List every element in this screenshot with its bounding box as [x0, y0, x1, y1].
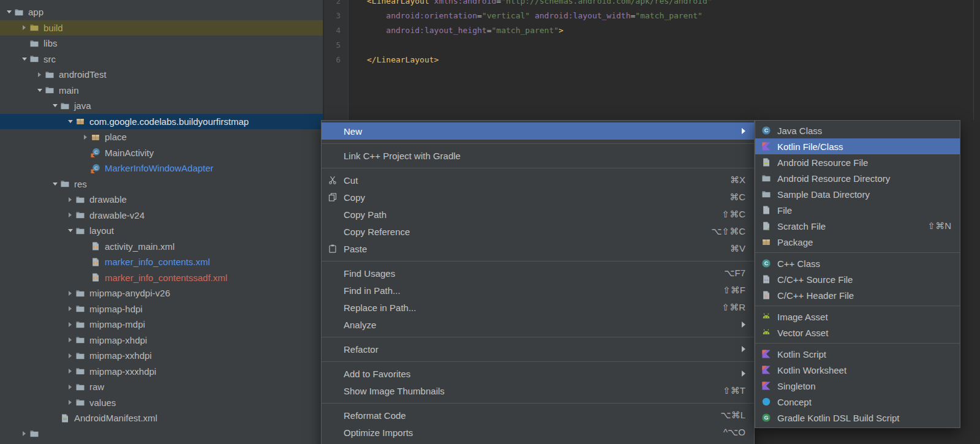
tree-item-res[interactable]: res [0, 176, 323, 192]
new-submenu-item-kotlin-worksheet[interactable]: Kotlin Worksheet [755, 362, 960, 378]
new-submenu-item-scratch-file[interactable]: Scratch File⇧⌘N [755, 218, 960, 234]
tree-item-mainactivity[interactable]: CMainActivity [0, 145, 323, 161]
new-submenu-item-image-asset[interactable]: Image Asset [755, 309, 960, 325]
code-line[interactable]: android:layout_height="match_parent"> [367, 23, 564, 38]
tree-item-main[interactable]: main [0, 83, 323, 99]
tree-item-drawable-v24[interactable]: drawable-v24 [0, 208, 323, 224]
expand-arrow-icon[interactable] [65, 213, 75, 217]
tree-item-build[interactable]: build [0, 20, 323, 36]
tree-item-mipmap-xxxhdpi[interactable]: mipmap-xxxhdpi [0, 364, 323, 380]
cpp-header-icon: h [761, 290, 771, 300]
tree-item-mipmap-anydpi-v26[interactable]: mipmap-anydpi-v26 [0, 285, 323, 301]
xml-file-icon [91, 257, 100, 267]
context-menu-item-show-image-thumbnails[interactable]: Show Image Thumbnails⇧⌘T [322, 382, 754, 399]
tree-item-mipmap-xxhdpi[interactable]: mipmap-xxhdpi [0, 348, 323, 364]
context-menu-item-copy-path[interactable]: Copy Path⇧⌘C [322, 206, 754, 223]
line-number: 3 [324, 9, 341, 23]
new-submenu-item-kotlin-script[interactable]: Kotlin Script [755, 346, 960, 362]
tree-item-androidmanifest-xml[interactable]: AndroidManifest.xml [0, 410, 323, 426]
tree-item-partial[interactable] [0, 426, 323, 442]
collapse-arrow-icon[interactable] [50, 182, 60, 186]
context-menu-item-optimize-imports[interactable]: Optimize Imports^⌥O [322, 424, 754, 441]
expand-arrow-icon[interactable] [65, 337, 75, 342]
tree-item-libs[interactable]: libs [0, 36, 323, 51]
new-submenu-item-c-class[interactable]: CC++ Class [755, 255, 960, 271]
tree-item-com-google-codelabs-buildyourfirstmap[interactable]: com.google.codelabs.buildyourfirstmap [0, 114, 323, 130]
collapse-arrow-icon[interactable] [65, 120, 75, 123]
context-menu-item-analyze[interactable]: Analyze [322, 316, 754, 333]
folder-icon [75, 397, 85, 407]
tree-item-mipmap-hdpi[interactable]: mipmap-hdpi [0, 301, 323, 317]
expand-arrow-icon[interactable] [65, 197, 75, 202]
icon-spacer [328, 303, 337, 312]
context-menu-item-refactor[interactable]: Refactor [322, 341, 754, 358]
menu-separator [755, 252, 960, 253]
new-submenu-item-c-c-source-file[interactable]: ++C/C++ Source File [755, 271, 960, 287]
expand-arrow-icon[interactable] [19, 431, 29, 436]
collapse-arrow-icon[interactable] [65, 229, 75, 232]
context-menu-item-copy-reference[interactable]: Copy Reference⌥⇧⌘C [322, 223, 754, 240]
menu-shortcut: ⇧⌘F [723, 285, 745, 296]
collapse-arrow-icon[interactable] [4, 10, 14, 13]
context-menu-item-cut[interactable]: Cut⌘X [322, 171, 754, 189]
expand-arrow-icon[interactable] [65, 369, 75, 374]
tree-item-label: mipmap-xhdpi [89, 335, 147, 345]
new-submenu-item-kotlin-file-class[interactable]: Kotlin File/Class [755, 138, 960, 154]
tree-item-raw[interactable]: raw [0, 379, 323, 395]
tree-item-androidtest[interactable]: androidTest [0, 67, 323, 83]
tree-item-values[interactable]: values [0, 395, 323, 411]
context-menu-item-replace-in-path[interactable]: Replace in Path...⇧⌘R [322, 299, 754, 316]
new-submenu-item-android-resource-directory[interactable]: Android Resource Directory [755, 170, 960, 186]
expand-arrow-icon[interactable] [65, 291, 75, 296]
new-submenu-item-singleton[interactable]: Singleton [755, 378, 960, 394]
collapse-arrow-icon[interactable] [34, 89, 45, 92]
tree-item-mipmap-mdpi[interactable]: mipmap-mdpi [0, 317, 323, 333]
new-submenu-item-java-class[interactable]: CJava Class [755, 122, 960, 138]
expand-arrow-icon[interactable] [80, 135, 91, 140]
tree-item-mipmap-xhdpi[interactable]: mipmap-xhdpi [0, 333, 323, 348]
editor-scrollbar[interactable] [973, 0, 980, 120]
new-submenu-item-android-resource-file[interactable]: Android Resource File [755, 154, 960, 170]
expand-arrow-icon[interactable] [65, 306, 75, 311]
code-line[interactable]: <LinearLayout xmlns:android="http://sche… [367, 0, 712, 9]
expand-arrow-icon[interactable] [65, 385, 75, 389]
code-line[interactable]: android:orientation="vertical" android:l… [367, 9, 703, 23]
tree-item-label: mipmap-xxhdpi [89, 350, 152, 361]
context-menu-item-new[interactable]: New [322, 122, 754, 140]
context-menu-item-add-to-favorites[interactable]: Add to Favorites [322, 365, 754, 382]
kotlin-class-icon: C [91, 164, 100, 173]
tree-item-src[interactable]: src [0, 51, 323, 67]
tree-item-app[interactable]: app [0, 4, 323, 20]
expand-arrow-icon[interactable] [65, 353, 75, 358]
expand-arrow-icon[interactable] [19, 25, 29, 30]
folder-olive-icon [29, 23, 39, 32]
context-menu-item-link-c-project-with-gradle[interactable]: Link C++ Project with Gradle [322, 147, 754, 164]
collapse-arrow-icon[interactable] [50, 104, 60, 107]
tree-item-java[interactable]: java [0, 98, 323, 114]
context-menu-item-find-in-path[interactable]: Find in Path...⇧⌘F [322, 282, 754, 299]
new-submenu-item-vector-asset[interactable]: Vector Asset [755, 325, 960, 341]
new-submenu-item-sample-data-directory[interactable]: Sample Data Directory [755, 186, 960, 202]
new-submenu-item-package[interactable]: Package [755, 234, 960, 250]
new-submenu-item-file[interactable]: File [755, 202, 960, 218]
context-menu-item-paste[interactable]: Paste⌘V [322, 240, 754, 257]
expand-arrow-icon[interactable] [65, 400, 75, 405]
new-submenu-item-gradle-kotlin-dsl-build-script[interactable]: GGradle Kotlin DSL Build Script [755, 410, 960, 426]
new-submenu-item-c-c-header-file[interactable]: hC/C++ Header File [755, 287, 960, 303]
context-menu-item-find-usages[interactable]: Find Usages⌥F7 [322, 265, 754, 282]
tree-item-activity-main-xml[interactable]: activity_main.xml [0, 239, 323, 255]
context-menu-item-copy[interactable]: Copy⌘C [322, 189, 754, 206]
tree-item-marker-info-contentssadf-xml[interactable]: marker_info_contentssadf.xml [0, 270, 323, 286]
expand-arrow-icon[interactable] [34, 72, 45, 77]
tree-item-drawable[interactable]: drawable [0, 192, 323, 208]
tree-item-markerinfowindowadapter[interactable]: CMarkerInfoWindowAdapter [0, 160, 323, 176]
new-submenu-item-concept[interactable]: Concept [755, 394, 960, 410]
tree-item-marker-info-contents-xml[interactable]: marker_info_contents.xml [0, 254, 323, 270]
context-menu-item-reformat-code[interactable]: Reformat Code⌥⌘L [322, 407, 754, 424]
code-line[interactable]: </LinearLayout> [367, 53, 439, 67]
tree-item-place[interactable]: place [0, 129, 323, 145]
expand-arrow-icon[interactable] [65, 322, 75, 327]
tree-item-layout[interactable]: layout [0, 223, 323, 239]
menu-item-label: C/C++ Header File [777, 290, 951, 301]
collapse-arrow-icon[interactable] [19, 58, 29, 61]
